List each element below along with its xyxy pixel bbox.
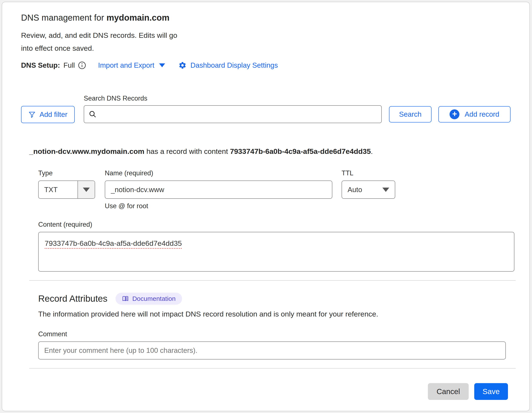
notice-record-name: _notion-dcv.www.mydomain.com [29, 147, 144, 155]
notice-period: . [371, 147, 373, 155]
record-attributes-heading: Record Attributes [38, 294, 107, 304]
comment-field-group: Comment [38, 330, 511, 360]
page-subtitle: Review, add, and edit DNS records. Edits… [21, 29, 511, 55]
record-attributes-description: The information provided here will not i… [38, 310, 511, 318]
search-box [84, 105, 382, 123]
add-filter-button[interactable]: Add filter [21, 106, 75, 123]
save-button[interactable]: Save [474, 383, 508, 400]
dashboard-display-settings-label: Dashboard Display Settings [190, 61, 278, 69]
content-value: 7933747b-6a0b-4c9a-af5a-dde6d7e4dd35 [45, 239, 182, 247]
cancel-button[interactable]: Cancel [428, 383, 469, 400]
section-divider [29, 280, 516, 281]
content-textarea[interactable]: 7933747b-6a0b-4c9a-af5a-dde6d7e4dd35 [38, 232, 514, 272]
search-label: Search DNS Records [84, 95, 382, 102]
add-record-button[interactable]: + Add record [438, 106, 511, 122]
add-record-label: Add record [465, 110, 499, 118]
ttl-select-value: Auto [348, 186, 362, 194]
type-select-arrow-zone [77, 181, 95, 198]
footer-divider [29, 368, 516, 369]
page-title-domain: mydomain.com [106, 13, 169, 22]
dns-toolbar: Add filter Search DNS Records Search + A… [21, 95, 511, 123]
search-input[interactable] [84, 105, 382, 123]
search-button-label: Search [399, 110, 422, 118]
gear-icon [178, 61, 187, 69]
chevron-down-icon [159, 63, 165, 67]
name-field-group: Name (required) Use @ for root [105, 169, 332, 210]
import-export-link[interactable]: Import and Export [98, 61, 165, 69]
search-button[interactable]: Search [389, 106, 432, 122]
type-select[interactable]: TXT [38, 180, 95, 199]
dashboard-display-settings-link[interactable]: Dashboard Display Settings [178, 61, 278, 69]
ttl-field-group: TTL Auto [342, 169, 395, 210]
type-select-value: TXT [39, 186, 77, 194]
name-help-text: Use @ for root [105, 202, 332, 210]
comment-input[interactable] [38, 342, 506, 360]
book-icon [122, 295, 129, 302]
dns-setup-label: DNS Setup: [21, 61, 60, 69]
ttl-label: TTL [342, 169, 395, 177]
search-icon [88, 110, 97, 118]
record-edit-form: Type TXT Name (required) Use @ for root … [38, 169, 511, 272]
record-attributes-section: Record Attributes Documentation The info… [38, 293, 511, 360]
documentation-link[interactable]: Documentation [115, 293, 182, 305]
notice-middle-text: has a record with content [144, 147, 230, 155]
triangle-down-icon [382, 187, 389, 192]
dns-management-panel: DNS management for mydomain.com Review, … [2, 2, 530, 411]
plus-circle-icon: + [450, 109, 459, 119]
content-field-group: Content (required) 7933747b-6a0b-4c9a-af… [38, 221, 511, 272]
content-label: Content (required) [38, 221, 511, 228]
record-notice: _notion-dcv.www.mydomain.com has a recor… [29, 147, 511, 156]
filter-icon [28, 111, 36, 118]
name-label: Name (required) [105, 169, 332, 177]
dns-setup-value: Full [64, 61, 75, 69]
documentation-label: Documentation [132, 295, 176, 302]
notice-record-content: 7933747b-6a0b-4c9a-af5a-dde6d7e4dd35 [230, 147, 371, 155]
type-label: Type [38, 169, 95, 177]
add-filter-label: Add filter [39, 110, 67, 119]
search-field-group: Search DNS Records [84, 95, 382, 123]
name-input[interactable] [105, 180, 332, 199]
subtitle-line-2: into effect once saved. [21, 42, 511, 55]
page-title: DNS management for mydomain.com [21, 12, 511, 23]
comment-label: Comment [38, 330, 511, 338]
type-name-ttl-row: Type TXT Name (required) Use @ for root … [38, 169, 511, 210]
record-attributes-heading-row: Record Attributes Documentation [38, 293, 511, 305]
info-icon[interactable] [78, 61, 86, 69]
triangle-down-icon [83, 187, 90, 192]
footer-actions: Cancel Save [21, 383, 511, 400]
type-field-group: Type TXT [38, 169, 95, 210]
subtitle-line-1: Review, add, and edit DNS records. Edits… [21, 29, 511, 42]
page-title-prefix: DNS management for [21, 13, 106, 22]
import-export-label: Import and Export [98, 61, 154, 69]
ttl-select[interactable]: Auto [342, 180, 395, 199]
dns-setup-row: DNS Setup: Full Import and Export Dashbo… [21, 60, 511, 70]
